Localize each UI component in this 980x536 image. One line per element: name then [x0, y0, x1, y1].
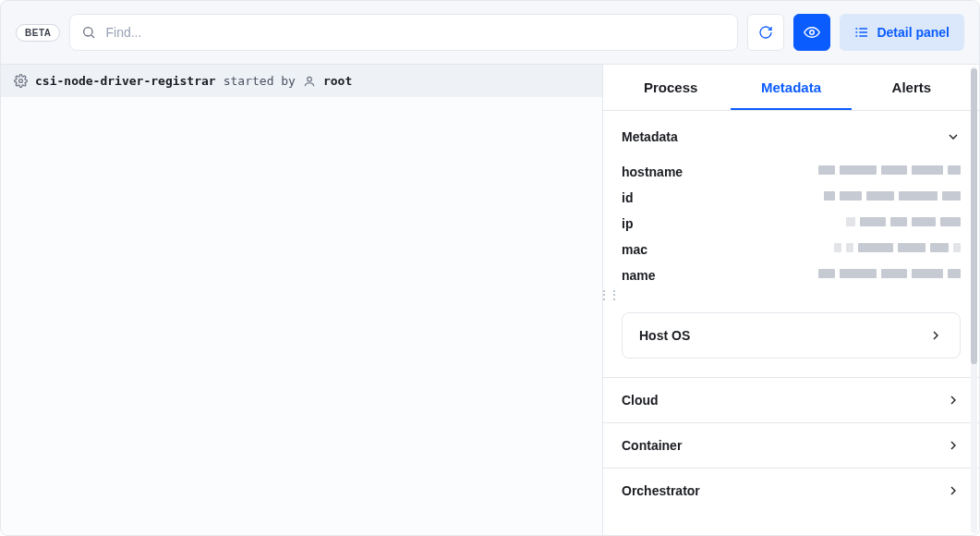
- refresh-button[interactable]: [747, 14, 784, 51]
- detail-panel-button[interactable]: Detail panel: [840, 14, 964, 51]
- search-field[interactable]: [69, 14, 738, 51]
- search-input[interactable]: [105, 25, 726, 40]
- section-header-cloud[interactable]: Cloud: [603, 378, 979, 422]
- kv-row: name: [622, 262, 961, 288]
- refresh-icon: [758, 25, 773, 40]
- scrollbar-thumb[interactable]: [971, 68, 977, 364]
- subcard-host-os[interactable]: Host OS: [622, 312, 961, 359]
- event-connector: started by: [224, 74, 296, 88]
- user-icon: [303, 75, 316, 88]
- kv-row: hostname: [622, 159, 961, 185]
- chevron-right-icon: [928, 328, 943, 343]
- tab-process[interactable]: Process: [611, 65, 731, 110]
- kv-key: ip: [622, 216, 751, 231]
- chevron-right-icon: [946, 438, 961, 453]
- subcard-title: Host OS: [639, 328, 690, 343]
- kv-row: ip: [622, 211, 961, 237]
- chevron-down-icon: [946, 129, 961, 144]
- section-title: Orchestrator: [622, 483, 700, 498]
- kv-value-redacted: [751, 243, 961, 256]
- body: csi-node-driver-registrar started by roo…: [1, 65, 979, 535]
- list-icon: [854, 25, 869, 40]
- kv-value-redacted: [751, 165, 961, 178]
- kv-key: id: [622, 190, 751, 205]
- kv-value-redacted: [751, 217, 961, 230]
- detail-panel: Process Metadata Alerts Metadata hostnam…: [603, 65, 979, 535]
- tab-metadata[interactable]: Metadata: [731, 65, 851, 110]
- kv-row: id: [622, 185, 961, 211]
- section-title: Metadata: [622, 129, 678, 144]
- svg-line-1: [92, 35, 95, 38]
- beta-badge: BETA: [16, 24, 60, 42]
- kv-row: mac: [622, 237, 961, 262]
- tab-alerts[interactable]: Alerts: [852, 65, 972, 110]
- user-name: root: [323, 74, 352, 88]
- detail-panel-label: Detail panel: [877, 25, 950, 40]
- section-header-metadata[interactable]: Metadata: [603, 115, 979, 159]
- topbar: BETA Detail panel: [1, 1, 979, 65]
- search-icon: [81, 25, 96, 40]
- svg-point-10: [308, 77, 312, 81]
- section-header-container[interactable]: Container: [603, 423, 979, 468]
- event-list: csi-node-driver-registrar started by roo…: [1, 65, 602, 535]
- eye-icon: [804, 24, 820, 41]
- chevron-right-icon: [946, 393, 961, 408]
- kv-value-redacted: [751, 269, 961, 282]
- svg-point-6: [856, 29, 857, 30]
- section-container: Container: [603, 423, 979, 469]
- svg-point-0: [84, 28, 92, 36]
- kv-value-redacted: [751, 191, 961, 204]
- svg-point-8: [856, 36, 857, 37]
- svg-point-7: [856, 32, 857, 33]
- kv-key: mac: [622, 242, 751, 257]
- process-name: csi-node-driver-registrar: [35, 74, 216, 88]
- section-orchestrator: Orchestrator: [603, 469, 979, 513]
- chevron-right-icon: [946, 483, 961, 498]
- section-metadata: Metadata hostname id: [603, 115, 979, 378]
- section-body-metadata: hostname id ip: [603, 159, 979, 305]
- view-button[interactable]: [793, 14, 830, 51]
- svg-point-2: [810, 30, 815, 35]
- section-cloud: Cloud: [603, 378, 979, 423]
- tabs: Process Metadata Alerts: [603, 65, 979, 111]
- kv-key: hostname: [622, 164, 751, 179]
- gear-icon: [14, 74, 28, 88]
- svg-point-9: [19, 79, 23, 83]
- kv-key: name: [622, 268, 751, 283]
- section-title: Cloud: [622, 393, 659, 408]
- section-header-orchestrator[interactable]: Orchestrator: [603, 469, 979, 513]
- app-root: BETA Detail panel: [0, 0, 980, 536]
- event-row[interactable]: csi-node-driver-registrar started by roo…: [1, 65, 602, 97]
- section-title: Container: [622, 438, 682, 453]
- panel-scroll: Metadata hostname id: [603, 111, 979, 535]
- scrollbar[interactable]: [971, 67, 977, 533]
